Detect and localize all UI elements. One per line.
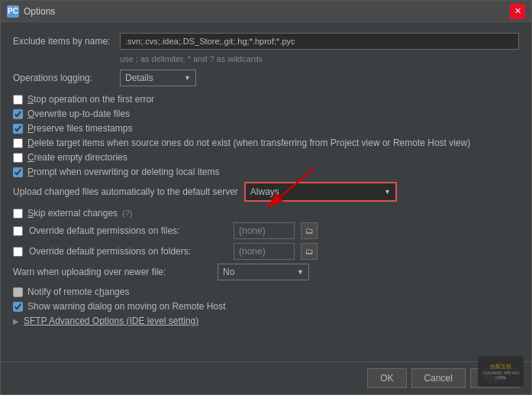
overwrite-uptodate-checkbox[interactable]: [13, 109, 23, 119]
override-folders-label: Override default permissions on folders:: [29, 246, 227, 257]
bottom-bar: OK Cancel Apply: [1, 361, 531, 394]
checkbox-row-5: Create empty directories: [13, 152, 519, 163]
watermark-pinyin: CHUANG XIN HU LIAN: [478, 371, 524, 380]
override-folders-browse-button[interactable]: 🗂: [301, 243, 318, 260]
logging-arrow: ▼: [184, 74, 191, 82]
checkbox-row-4: Delete target items when source ones do …: [13, 138, 519, 148]
app-icon: PC: [7, 5, 19, 18]
preserve-timestamps-checkbox[interactable]: [13, 124, 23, 134]
logging-label: Operations logging:: [13, 73, 120, 83]
show-warning-label: Show warning dialog on moving on Remote …: [27, 301, 225, 312]
checkbox-row-6: Prompt when overwriting or deleting loca…: [13, 167, 519, 177]
upload-arrow: ▼: [384, 188, 391, 196]
logging-row: Operations logging: Details ▼: [13, 70, 519, 86]
options-window: PC Options ✕ Exclude items by name: use …: [0, 0, 532, 395]
permissions-files-row: Override default permissions on files: 🗂: [13, 222, 519, 239]
skip-external-help-icon[interactable]: (?): [122, 209, 132, 218]
watermark-cn: 创新互联: [490, 363, 511, 370]
permissions-folders-row: Override default permissions on folders:…: [13, 243, 519, 260]
title-bar: PC Options ✕: [1, 1, 531, 22]
window-title: Options: [24, 6, 55, 17]
create-empty-dirs-label: Create empty directories: [27, 152, 127, 163]
checkbox-row-2: Overwrite up-to-date files: [13, 108, 519, 119]
watermark: 创新互联 CHUANG XIN HU LIAN: [478, 356, 524, 387]
warn-row: Warn when uploading over newer file: No …: [13, 264, 519, 280]
close-button[interactable]: ✕: [510, 4, 525, 19]
create-empty-dirs-checkbox[interactable]: [13, 153, 23, 163]
cancel-button[interactable]: Cancel: [411, 368, 466, 388]
skip-external-row: Skip external changes (?): [13, 208, 519, 219]
sftp-expand-icon[interactable]: ▶: [13, 317, 19, 325]
prompt-overwrite-checkbox[interactable]: [13, 167, 23, 177]
override-files-browse-button[interactable]: 🗂: [301, 222, 318, 239]
logging-dropdown[interactable]: Details ▼: [120, 70, 196, 86]
show-warning-checkbox[interactable]: [13, 302, 23, 312]
notify-label: Notify of remote changes: [27, 287, 129, 297]
stop-on-error-label: Stop operation on the first error: [27, 94, 154, 105]
exclude-label: Exclude items by name:: [13, 36, 120, 47]
warn-dropdown[interactable]: No ▼: [218, 264, 309, 280]
notify-checkbox[interactable]: [13, 287, 23, 297]
override-folders-input[interactable]: [234, 243, 295, 260]
override-folders-checkbox[interactable]: [13, 247, 23, 257]
skip-external-label: Skip external changes: [27, 208, 118, 219]
stop-on-error-checkbox[interactable]: [13, 95, 23, 105]
content-area: Exclude items by name: use ; as delimite…: [1, 22, 531, 361]
ok-button[interactable]: OK: [367, 368, 406, 388]
override-files-checkbox[interactable]: [13, 226, 23, 236]
exclude-input[interactable]: [120, 33, 519, 50]
upload-value: Always: [250, 186, 279, 197]
upload-dropdown[interactable]: Always ▼: [244, 182, 397, 202]
notify-row: Notify of remote changes: [13, 287, 519, 297]
upload-row: Upload changed files automatically to th…: [13, 182, 519, 202]
warn-value: No: [223, 267, 234, 277]
override-files-input[interactable]: [234, 222, 295, 239]
delete-target-label: Delete target items when source ones do …: [27, 138, 470, 148]
warn-arrow: ▼: [297, 268, 304, 276]
sftp-row: ▶ SFTP Advanced Options (IDE level setti…: [13, 316, 519, 326]
warn-label: Warn when uploading over newer file:: [13, 267, 211, 277]
checkbox-row-1: Stop operation on the first error: [13, 94, 519, 105]
checkbox-row-3: Preserve files timestamps: [13, 123, 519, 134]
prompt-overwrite-label: Prompt when overwriting or deleting loca…: [27, 167, 219, 177]
delete-target-checkbox[interactable]: [13, 138, 23, 148]
exclude-row: Exclude items by name:: [13, 33, 519, 50]
upload-label: Upload changed files automatically to th…: [13, 186, 238, 197]
overwrite-uptodate-label: Overwrite up-to-date files: [27, 108, 130, 119]
preserve-timestamps-label: Preserve files timestamps: [27, 123, 132, 134]
show-warning-row: Show warning dialog on moving on Remote …: [13, 301, 519, 312]
override-files-label: Override default permissions on files:: [29, 225, 227, 236]
title-bar-left: PC Options: [7, 5, 55, 18]
exclude-hint: use ; as delimiter, * and ? as wildcards: [120, 54, 519, 63]
sftp-label[interactable]: SFTP Advanced Options (IDE level setting…: [24, 316, 198, 326]
logging-value: Details: [125, 73, 153, 83]
skip-external-checkbox[interactable]: [13, 209, 23, 219]
